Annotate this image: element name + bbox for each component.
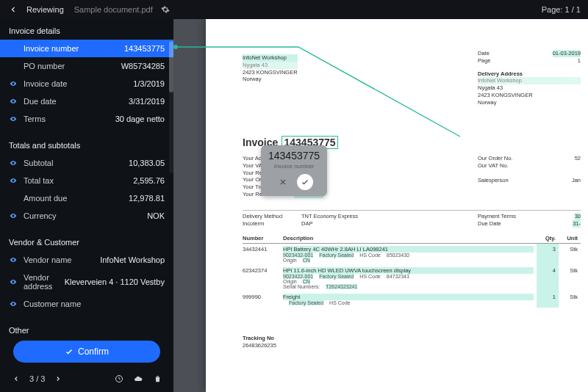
- doc-delivery-country: Norway: [478, 99, 581, 106]
- doc-meta-value: DAP: [301, 220, 312, 228]
- field-label: Vendor name: [24, 255, 94, 264]
- doc-delivery-street: Nygata 43: [478, 84, 581, 92]
- chevron-right-icon: [54, 375, 62, 382]
- eye-icon: [9, 211, 18, 220]
- doc-vendor-city: 2423 KONGSVINGER: [243, 69, 298, 76]
- confirm-label: Confirm: [78, 346, 109, 357]
- sidebar-scroll: Invoice details Invoice number 143453775…: [0, 19, 173, 333]
- cell-unit: Stk: [559, 244, 581, 266]
- field-vendor-name[interactable]: Vendor name InfoNet Workshop: [0, 251, 173, 269]
- field-label: Terms: [24, 115, 110, 123]
- field-value: 3/31/2019: [129, 97, 165, 106]
- field-invoice-number[interactable]: Invoice number 143453775: [0, 40, 173, 57]
- doc-vendor-line2: Nygata 43: [243, 62, 298, 69]
- section-other-title: Other: [0, 319, 173, 333]
- field-value: 143453775: [124, 44, 165, 53]
- popover-reject-button[interactable]: [275, 174, 291, 190]
- arrow-left-icon: [9, 5, 18, 14]
- download-button[interactable]: [132, 373, 144, 385]
- document-viewer[interactable]: InfoNet Workshop Nygata 43 2423 KONGSVIN…: [173, 19, 588, 392]
- trash-icon: [154, 374, 162, 383]
- doc-meta-label: Delivery Method: [243, 213, 301, 220]
- delete-button[interactable]: [151, 373, 163, 385]
- field-value: W85734285: [121, 62, 165, 70]
- col-number: Number: [243, 233, 283, 244]
- doc-meta-label: Due Date: [478, 220, 501, 228]
- popover-value: 143453775: [268, 150, 320, 161]
- cell-number: 34432441: [243, 244, 283, 266]
- col-qty: Qty.: [537, 233, 559, 244]
- history-button[interactable]: [113, 373, 125, 385]
- field-label: Currency: [24, 211, 141, 220]
- sidebar-footer: 3 / 3: [0, 369, 173, 392]
- field-currency[interactable]: Currency NOK: [0, 207, 173, 225]
- field-due-date[interactable]: Due date 3/31/2019: [0, 92, 173, 110]
- popover-accept-button[interactable]: [297, 174, 313, 190]
- doc-header-right: Date01-03-2019 Page1 Delivery Address In…: [478, 50, 581, 106]
- field-amount-due[interactable]: Amount due 12,978.81: [0, 189, 173, 207]
- doc-meta-label: Our VAT No.: [478, 162, 581, 170]
- cell-hs-label: HS Code: [359, 253, 380, 258]
- doc-tracking-label: Tracking No: [243, 335, 276, 342]
- svg-point-1: [173, 45, 178, 49]
- back-button[interactable]: [7, 4, 19, 15]
- doc-vendor-country: Norway: [243, 76, 298, 83]
- document-page: InfoNet Workshop Nygata 43 2423 KONGSVIN…: [206, 19, 588, 392]
- page-indicator: Page: 1 / 1: [542, 5, 581, 14]
- field-subtotal[interactable]: Subtotal 10,383.05: [0, 154, 173, 172]
- prev-doc-button[interactable]: [10, 373, 22, 385]
- field-po-number[interactable]: PO number W85734285: [0, 57, 173, 75]
- cell-hs-label: HS Code: [359, 274, 380, 279]
- next-doc-button[interactable]: [52, 373, 64, 385]
- cell-unit: Stk: [559, 291, 581, 308]
- field-customer-name[interactable]: Customer name: [0, 295, 173, 313]
- table-row: 999990 Freight Factory SealedHS Code 1 S…: [243, 291, 581, 308]
- field-label: PO number: [24, 62, 115, 70]
- cloud-download-icon: [133, 374, 143, 383]
- col-description: Description: [283, 233, 537, 244]
- eye-icon: [9, 176, 18, 185]
- field-vendor-address[interactable]: Vendor address Kleverveien 4 · 1120 Vest…: [0, 269, 173, 295]
- doc-meta-value: 30: [575, 213, 581, 220]
- cell-qty: 1: [537, 291, 559, 308]
- field-value: NOK: [147, 211, 165, 220]
- doc-page-value: 1: [578, 57, 581, 65]
- field-invoice-date[interactable]: Invoice date 1/3/2019: [0, 75, 173, 92]
- field-terms[interactable]: Terms 30 dage netto: [0, 110, 173, 128]
- doc-delivery-city: 2423 KONGSVINGER: [478, 92, 581, 99]
- doc-vendor-name: InfoNet Workshop: [243, 54, 298, 62]
- field-total-tax[interactable]: Total tax 2,595.76: [0, 172, 173, 189]
- field-value: InfoNet Workshop: [100, 255, 165, 264]
- field-label: Vendor address: [24, 273, 59, 291]
- doc-meta-value: 52: [575, 155, 581, 162]
- cell-qty: 4: [537, 265, 559, 291]
- gear-icon: [161, 5, 170, 14]
- cell-subcode: 9023432-001: [283, 253, 313, 258]
- field-label: Amount due: [24, 194, 123, 203]
- cell-qty: 3: [537, 244, 559, 266]
- doc-items-table: Number Description Qty. Unit 34432441 HP…: [243, 233, 581, 308]
- doc-page-label: Page: [478, 57, 491, 65]
- doc-date-label: Date: [478, 50, 490, 57]
- doc-delivery-title: Delivery Address: [478, 70, 581, 78]
- field-value: 10,383.05: [129, 159, 165, 167]
- col-unit: Unit: [559, 233, 581, 244]
- settings-button[interactable]: [160, 4, 171, 15]
- eye-icon: [9, 277, 18, 286]
- section-totals-title: Totals and subtotals: [0, 134, 173, 154]
- doc-meta-label: Payment Terms: [478, 213, 516, 220]
- popover-subtitle: Invoice number: [268, 163, 320, 170]
- close-icon: [279, 178, 287, 186]
- field-label: Subtotal: [24, 159, 123, 167]
- cell-serial-val: T2624323241: [326, 284, 357, 289]
- eye-icon: [9, 255, 18, 264]
- doc-meta-value: 31-: [573, 220, 581, 228]
- value-popover: 143453775 Invoice number: [261, 145, 327, 196]
- doc-delivery-company: InfoNet Workshop: [478, 77, 581, 84]
- doc-meta-value: Jan: [572, 177, 581, 184]
- cell-hs-val: 84732343: [387, 274, 409, 279]
- field-value: 30 dage netto: [115, 115, 165, 123]
- field-label: Customer name: [24, 300, 159, 308]
- confirm-button[interactable]: Confirm: [13, 341, 160, 363]
- cell-subcode: 9023422-001: [283, 274, 313, 279]
